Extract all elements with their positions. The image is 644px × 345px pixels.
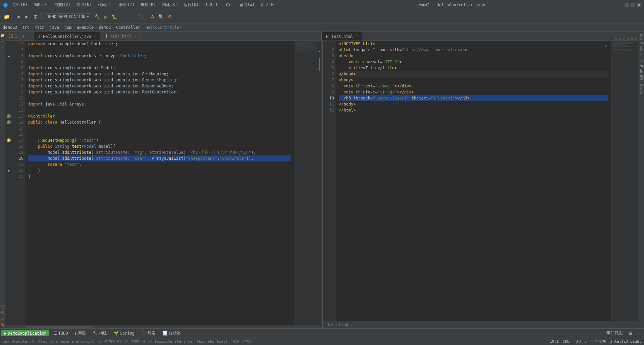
recent-files-button[interactable]: ⊞ — [32, 13, 39, 20]
maximize-button[interactable]: □ — [631, 3, 635, 7]
forward-button[interactable]: ► — [23, 13, 31, 20]
window-title: demo2 - HelloController.java — [278, 3, 625, 7]
menu-help[interactable]: 帮助(H) — [259, 1, 278, 8]
java-code-area[interactable]: ▶ ⚡ ⚡ @ — [5, 41, 321, 325]
java-line-7: import org.springframework.web.bind.anno… — [28, 77, 291, 83]
problems-label: 问题 — [78, 330, 86, 336]
project-icon[interactable]: 📁 — [3, 13, 10, 20]
java-code-content[interactable]: package com.example.demo2.Controller; im… — [25, 41, 294, 325]
event-log-button[interactable]: 事件日志 — [604, 330, 625, 337]
hide-bottom-button[interactable]: — — [635, 330, 643, 337]
plantuml-label[interactable]: PlantUML — [639, 64, 644, 82]
tab-testhtml-right-close[interactable]: × — [355, 34, 359, 38]
collapse-icon[interactable]: ∨ — [634, 36, 637, 41]
tab-testhtml-left-close[interactable]: × — [134, 34, 137, 38]
html-code-content[interactable]: <!DOCTYPE html> <html lang="en" xmlns:th… — [336, 41, 611, 321]
encoding-status[interactable]: UTF-8 — [576, 339, 587, 344]
menu-analyze[interactable]: 分析(Z) — [117, 1, 137, 8]
menu-run[interactable]: 运行(U) — [181, 1, 201, 8]
project-tree-icon[interactable]: 📂 — [0, 33, 5, 38]
search-button[interactable]: 🔍 — [158, 13, 165, 20]
menu-edit[interactable]: 编辑(E) — [32, 1, 51, 8]
menu-git[interactable]: Git — [224, 2, 235, 8]
bottom-tab-profiler[interactable]: 📊 分析器 — [160, 330, 183, 337]
menu-refactor[interactable]: 重构(R) — [139, 1, 158, 8]
tab-testhtml-right[interactable]: H test.html × — [322, 32, 362, 41]
html-line-10: <h3 th:each="users:${user}" th:text="${u… — [339, 95, 608, 101]
menu-tools[interactable]: 工具(T) — [203, 1, 222, 8]
menu-window[interactable]: 窗口(W) — [237, 1, 257, 8]
breadcrumb-sep-bottom: › — [336, 323, 338, 327]
html-code-area[interactable]: 1 2 3 4 5 6 7 8 9 10 11 12 — [323, 41, 638, 321]
build-label-bottom: 构建 — [99, 330, 107, 336]
breadcrumb-src[interactable]: src — [22, 25, 30, 30]
tab-hellocontroller-close[interactable]: × — [93, 34, 97, 38]
terminal-side-icon[interactable]: ⬛ — [0, 304, 5, 309]
ln-17: 17 — [12, 137, 25, 143]
breadcrumb-html[interactable]: html — [325, 323, 334, 327]
settings-bottom-button[interactable]: ⚙ — [627, 330, 634, 337]
bottom-tab-todo[interactable]: ☰ TODO — [51, 330, 71, 336]
ln-2: 2 — [12, 47, 25, 53]
menu-code[interactable]: 代码(C) — [96, 1, 115, 8]
breadcrumb-java[interactable]: java — [50, 25, 59, 30]
breadcrumb-head[interactable]: head — [339, 323, 348, 327]
debug-button[interactable]: 🐛 — [111, 13, 118, 20]
ln-18: 18 — [12, 143, 25, 149]
close-button[interactable]: ✕ — [637, 3, 641, 7]
structure-icon[interactable]: ≡ — [0, 45, 5, 50]
git-side-icon[interactable]: ⎇ — [0, 316, 5, 321]
profile-button[interactable] — [120, 13, 127, 20]
breadcrumb-demo02[interactable]: demo02 — [3, 25, 17, 30]
settings-button[interactable]: ⚙ — [166, 13, 174, 20]
menu-build[interactable]: 构建(B) — [160, 1, 179, 8]
ln-6: 6 — [12, 71, 25, 77]
breadcrumb-main[interactable]: main — [35, 25, 45, 30]
run-button[interactable]: ▶ — [102, 13, 110, 20]
translate-button[interactable]: A — [149, 13, 156, 20]
profiler-label: 分析器 — [169, 330, 181, 336]
hln-9: 9 — [323, 89, 336, 95]
breadcrumb-hello[interactable]: HelloController — [145, 25, 181, 30]
back-button[interactable]: ◄ — [14, 13, 22, 20]
minimize-button[interactable]: ─ — [625, 3, 629, 7]
java-line-19: model.addAttribute( attributeName: "msg"… — [28, 149, 291, 155]
menu-view[interactable]: 视图(V) — [53, 1, 72, 8]
main-area: 📂 ★ ≡ ⬛ 🔨 ⎇ 🔖 JS 1.js × J HelloControlle… — [0, 31, 644, 328]
theme-status[interactable]: IntelliJ Light — [610, 339, 641, 344]
bottom-tab-spring[interactable]: 🌱 Spring — [111, 330, 137, 336]
menu-file[interactable]: 文件(F) — [10, 1, 30, 8]
bottom-tab-terminal[interactable]: ⬛ 终端 — [139, 330, 158, 337]
build-side-icon[interactable]: 🔨 — [0, 310, 5, 315]
tab-testhtml-left[interactable]: H test.html × — [100, 32, 141, 41]
breadcrumb-com[interactable]: com — [64, 25, 72, 30]
run-button-bottom[interactable]: ▶ Demo2Application — [1, 330, 49, 336]
favorites-icon[interactable]: ★ — [0, 39, 5, 44]
breadcrumb-example[interactable]: example — [77, 25, 94, 30]
make-button[interactable]: 🔨 — [94, 13, 101, 20]
maven-label[interactable]: Maven — [639, 82, 644, 95]
menu-navigate[interactable]: 导航(N) — [74, 1, 94, 8]
ln-15: 15 — [12, 125, 25, 131]
indent-status[interactable]: 4 个空格 — [591, 339, 606, 344]
bookmark-icon[interactable]: 🔖 — [0, 322, 5, 327]
run-config-selector[interactable]: DEMO2APPLICATION ▾ — [44, 13, 92, 20]
key-promoter-label[interactable]: Key Promoter X — [639, 33, 644, 64]
html-line-4: <meta charset="UTF-8"> — [339, 59, 608, 65]
bottom-tab-problems[interactable]: ℹ 问题 — [72, 330, 89, 337]
tab-hellocontroller[interactable]: J HelloController.java × — [34, 32, 101, 41]
bottom-tab-build[interactable]: 🔨 构建 — [90, 330, 110, 337]
tab-js[interactable]: JS 1.js × — [5, 32, 34, 41]
gutter-5 — [5, 65, 12, 71]
java-hscroll[interactable] — [5, 325, 321, 328]
breadcrumb-demo2[interactable]: demo2 — [99, 25, 111, 30]
line-ending[interactable]: CRLF — [562, 339, 572, 344]
cursor-position[interactable]: 10:1 — [550, 339, 559, 344]
breadcrumb-controller[interactable]: Controller — [116, 25, 140, 30]
tab-js-close[interactable]: × — [26, 34, 30, 38]
coverage-button[interactable] — [128, 13, 136, 20]
gutter-10 — [5, 95, 12, 101]
expand-icon[interactable]: ∧ — [631, 36, 633, 41]
stop-button[interactable]: ⬛ — [137, 13, 145, 20]
split-editor: ▶ ⚡ ⚡ @ — [5, 41, 638, 328]
